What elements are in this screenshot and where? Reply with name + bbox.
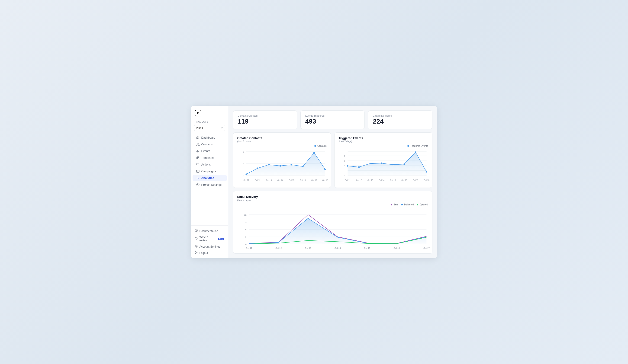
sidebar-footer: Documentation Write a review New Account… (191, 225, 228, 258)
created-contacts-legend: Contacts (237, 145, 327, 147)
footer-label-logout: Logout (200, 251, 208, 254)
footer-label-account-settings: Account Settings (200, 245, 220, 248)
nav-label-project-settings: Project Settings (201, 183, 222, 186)
home-icon (196, 136, 200, 139)
layout-icon (196, 156, 200, 160)
svg-marker-17 (246, 153, 325, 176)
svg-point-20 (268, 164, 269, 165)
footer-item-logout[interactable]: Logout (191, 250, 228, 256)
nav-label-campaigns: Campaigns (201, 170, 216, 173)
logo-icon: P (195, 110, 201, 116)
sidebar-item-project-settings[interactable]: Project Settings (193, 182, 227, 188)
footer-item-write-review[interactable]: Write a review New (191, 234, 228, 243)
svg-point-50 (392, 164, 393, 165)
svg-text:Oct 11: Oct 11 (246, 247, 252, 249)
refresh-icon (196, 163, 200, 166)
svg-point-0 (197, 143, 198, 144)
sidebar-item-actions[interactable]: Actions (193, 161, 227, 168)
legend-delivered: Delivered (401, 203, 414, 206)
triggered-events-title: Triggered Events (339, 136, 428, 140)
svg-text:2: 2 (344, 170, 345, 172)
legend-dot-contacts (314, 145, 316, 147)
legend-opened: Opened (417, 203, 428, 206)
svg-marker-72 (249, 218, 426, 244)
sidebar-item-campaigns[interactable]: Campaigns (193, 168, 227, 175)
svg-text:Oct 13: Oct 13 (266, 179, 272, 181)
footer-item-account-settings[interactable]: Account Settings (191, 243, 228, 250)
sidebar: P Projects Plunk ⇄ Dashboard C (191, 106, 228, 258)
svg-text:6: 6 (245, 228, 246, 231)
stat-value-events: 493 (305, 118, 360, 125)
nav-label-events: Events (201, 150, 210, 153)
nav-label-dashboard: Dashboard (201, 136, 216, 139)
svg-point-8 (197, 184, 198, 185)
dropdown-arrows-icon: ⇄ (221, 126, 223, 129)
svg-text:2: 2 (243, 150, 244, 153)
svg-text:Oct 18: Oct 18 (424, 179, 429, 181)
sidebar-item-dashboard[interactable]: Dashboard (193, 134, 227, 141)
stat-card-emails: Emails Delivered 224 (368, 110, 432, 129)
svg-text:9: 9 (245, 221, 246, 223)
legend-dot-delivered (401, 204, 403, 205)
svg-text:3: 3 (245, 236, 246, 238)
log-out-icon (195, 251, 198, 254)
nav-items: Dashboard Contacts Events (191, 133, 228, 225)
stat-label-events: Events Triggered (305, 114, 360, 117)
legend-sent: Sent (391, 203, 398, 206)
svg-text:Oct 14: Oct 14 (277, 179, 283, 181)
svg-point-48 (369, 163, 371, 164)
svg-text:Oct 16: Oct 16 (393, 247, 400, 249)
bar-chart-icon (196, 177, 200, 180)
svg-text:0: 0 (243, 174, 244, 177)
email-delivery-chart: Email Delivery (Last 7 days) Sent Delive… (233, 191, 432, 254)
sidebar-item-contacts[interactable]: Contacts (193, 141, 227, 148)
svg-text:Oct 13: Oct 13 (305, 247, 311, 249)
nav-label-templates: Templates (201, 156, 215, 160)
project-name: Plunk (196, 126, 203, 130)
sidebar-item-templates[interactable]: Templates (193, 155, 227, 161)
svg-text:Oct 14: Oct 14 (334, 247, 341, 249)
book-icon (195, 229, 198, 233)
svg-text:0: 0 (245, 243, 246, 245)
svg-text:Oct 16: Oct 16 (401, 179, 407, 181)
project-dropdown[interactable]: Plunk ⇄ (194, 125, 225, 131)
svg-point-53 (426, 171, 427, 172)
stat-value-emails: 224 (373, 118, 427, 125)
heart-icon (195, 237, 198, 241)
email-delivery-svg: 0 3 6 9 12 (237, 207, 428, 250)
created-contacts-chart: Created Contacts (Last 7 days) Contacts … (233, 132, 331, 188)
legend-triggered: Triggered Events (407, 145, 428, 147)
svg-marker-1 (196, 150, 199, 153)
svg-text:Oct 15: Oct 15 (289, 179, 294, 181)
svg-point-23 (302, 166, 304, 167)
main-content: Contacts Created 119 Events Triggered 49… (228, 106, 437, 258)
footer-item-documentation[interactable]: Documentation (191, 228, 228, 234)
svg-text:Oct 15: Oct 15 (364, 247, 370, 249)
triggered-events-chart: Triggered Events (Last 7 days) Triggered… (334, 132, 432, 188)
triggered-events-legend: Triggered Events (339, 145, 428, 147)
svg-rect-2 (196, 157, 199, 159)
footer-label-write-review: Write a review (200, 236, 216, 242)
created-contacts-svg: 0 1 2 (237, 149, 327, 184)
app-container: P Projects Plunk ⇄ Dashboard C (191, 106, 437, 258)
sidebar-item-events[interactable]: Events (193, 148, 227, 154)
svg-text:Oct 18: Oct 18 (322, 179, 328, 181)
svg-text:Oct 12: Oct 12 (254, 179, 260, 181)
nav-label-actions: Actions (201, 163, 211, 166)
stat-card-contacts: Contacts Created 119 (233, 110, 297, 129)
svg-point-19 (257, 167, 258, 169)
new-badge: New (218, 238, 224, 240)
sidebar-item-analytics[interactable]: Analytics (193, 175, 227, 181)
svg-point-18 (245, 174, 247, 175)
created-contacts-title: Created Contacts (237, 136, 327, 140)
svg-point-22 (291, 164, 292, 165)
svg-text:0: 0 (344, 174, 345, 177)
svg-text:6: 6 (344, 160, 345, 162)
email-delivery-subtitle: (Last 7 days) (237, 199, 428, 201)
stat-label-emails: Emails Delivered (373, 114, 427, 117)
email-delivery-legend: Sent Delivered Opened (237, 203, 428, 206)
mail-icon (196, 170, 200, 173)
sidebar-logo: P (191, 106, 228, 119)
svg-text:Oct 11: Oct 11 (243, 179, 249, 181)
stat-card-events: Events Triggered 493 (301, 110, 365, 129)
